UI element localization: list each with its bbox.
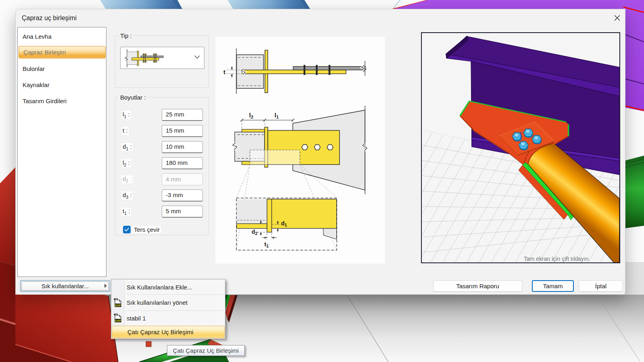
chevron-down-icon bbox=[194, 55, 200, 59]
preview-hint: Tam ekran için çift tıklayın. bbox=[524, 256, 590, 262]
dim-input-l1[interactable] bbox=[162, 109, 203, 121]
ters-cevir-checkbox[interactable] bbox=[123, 226, 131, 233]
drawing-top-view: t bbox=[223, 48, 366, 94]
tasarim-raporu-button[interactable]: Tasarım Raporu bbox=[433, 280, 522, 292]
sidebar-item-kaynaklar[interactable]: Kaynaklar bbox=[18, 77, 106, 93]
dimensions-group: Boyutlar : l1 : t : d1 : l2 : d2 : bbox=[115, 97, 209, 235]
iptal-button[interactable]: İptal bbox=[579, 280, 623, 292]
drawing-detail-view: d1 d2 t1 bbox=[236, 198, 337, 250]
dim-input-t[interactable] bbox=[162, 125, 203, 137]
preview-3d-viewport[interactable]: Tam ekran için çift tıklayın. bbox=[421, 32, 620, 263]
dim-row-l2: l2 : bbox=[115, 157, 209, 169]
menu-item-add-favorite[interactable]: Sık Kullanılanlara Ekle... bbox=[111, 280, 225, 294]
submenu-arrow-icon bbox=[104, 284, 107, 288]
dim-label-l2: l2 : bbox=[122, 159, 131, 167]
ters-cevir-row: Ters çevir bbox=[123, 226, 161, 233]
dim-row-t: t : bbox=[115, 125, 209, 137]
favorites-context-menu: Sık Kullanılanlara Ekle... DXF Sık kulla… bbox=[111, 279, 225, 339]
connection-type-thumbnail bbox=[122, 48, 166, 69]
dim-input-l2[interactable] bbox=[162, 157, 203, 169]
dim-input-t1[interactable] bbox=[162, 206, 203, 218]
tooltip: Çatı Çapraz Uç Birleşimi bbox=[167, 345, 245, 356]
menu-item-stabil-1[interactable]: DXF stabil 1 bbox=[111, 311, 225, 325]
dimensions-group-label: Boyutlar : bbox=[119, 94, 147, 101]
check-icon bbox=[124, 227, 129, 232]
category-list: Ana Levha Çapraz Birleşim Bulonlar Kayna… bbox=[17, 27, 106, 277]
technical-drawing-panel: t bbox=[215, 37, 385, 264]
sidebar-item-bulonlar[interactable]: Bulonlar bbox=[18, 60, 106, 77]
dim-label-l1: l1 : bbox=[122, 111, 131, 119]
label-d2: d2 bbox=[252, 229, 258, 236]
svg-text:DXF: DXF bbox=[115, 319, 121, 322]
sidebar-item-tasarim-girdileri[interactable]: Tasarım Girdileri bbox=[18, 93, 106, 109]
dim-label-t1: t1 : bbox=[122, 208, 131, 216]
dim-input-d3[interactable] bbox=[162, 189, 203, 202]
tip-group: Tip : bbox=[115, 35, 209, 88]
dialog-capraz-uc-birlesimi: Çapraz uç birleşimi Ana Levha Çapraz Bir… bbox=[15, 9, 625, 295]
dim-label-t: t : bbox=[122, 127, 129, 135]
dxf-file-icon: DXF bbox=[113, 313, 123, 323]
label-l2: l2 bbox=[249, 112, 253, 119]
dialog-title: Çapraz uç birleşimi bbox=[22, 15, 77, 22]
dim-row-d3: d3 : bbox=[115, 189, 209, 202]
dim-label-d2: d2 : bbox=[122, 175, 133, 183]
favorites-button[interactable]: Sık kullanılanlar... bbox=[20, 280, 110, 292]
svg-text:t: t bbox=[223, 69, 225, 75]
close-icon[interactable] bbox=[610, 12, 624, 24]
dim-row-d1: d1 : bbox=[115, 141, 209, 153]
dim-input-d2 bbox=[162, 173, 203, 185]
tip-group-label: Tip : bbox=[119, 32, 133, 39]
desktop: Çapraz uç birleşimi Ana Levha Çapraz Bir… bbox=[0, 0, 644, 362]
sidebar-item-ana-levha[interactable]: Ana Levha bbox=[18, 28, 106, 44]
sidebar-item-capraz-birlesim[interactable]: Çapraz Birleşim bbox=[19, 46, 106, 58]
ters-cevir-label: Ters çevir bbox=[133, 226, 161, 233]
dim-input-d1[interactable] bbox=[162, 141, 203, 153]
tamam-button[interactable]: Tamam bbox=[532, 280, 574, 292]
menu-item-cati-capraz[interactable]: Çatı Çapraz Uç Birleşimi bbox=[112, 326, 225, 338]
dim-row-t1: t1 : bbox=[115, 206, 209, 218]
connection-type-combobox[interactable] bbox=[120, 47, 204, 69]
svg-text:DXF: DXF bbox=[115, 304, 121, 307]
dim-label-d1: d1 : bbox=[122, 143, 133, 151]
label-l1: l1 bbox=[275, 112, 279, 119]
dim-label-d3: d3 : bbox=[122, 191, 133, 200]
menu-item-manage-favorites[interactable]: DXF Sık kullanılanları yönet bbox=[111, 295, 225, 310]
dxf-file-icon: DXF bbox=[113, 298, 123, 308]
dim-row-l1: l1 : bbox=[115, 109, 209, 121]
dim-row-d2: d2 : bbox=[115, 173, 209, 185]
label-t1: t1 bbox=[265, 241, 269, 248]
